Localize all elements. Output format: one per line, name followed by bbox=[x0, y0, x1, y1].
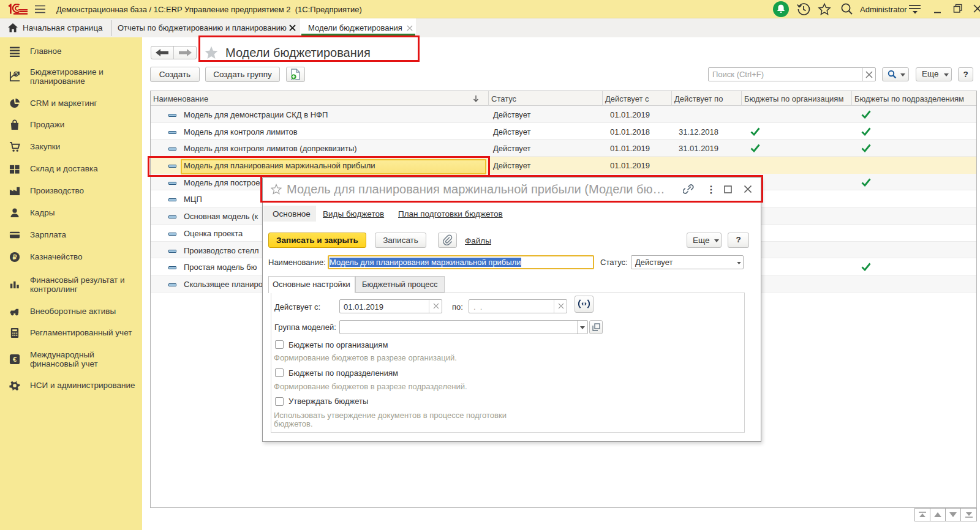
svg-text:₽: ₽ bbox=[13, 254, 17, 261]
svg-text:₽: ₽ bbox=[15, 72, 18, 77]
svg-text:€: € bbox=[13, 356, 17, 363]
